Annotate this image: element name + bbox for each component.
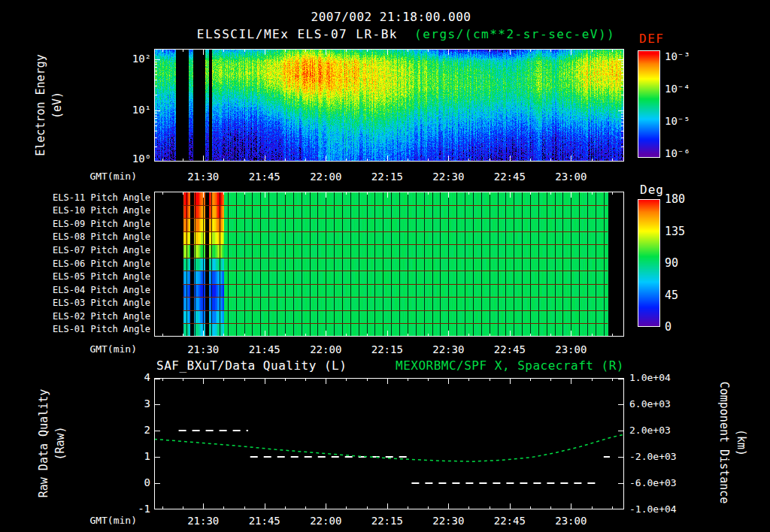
quality-distance-canvas — [154, 378, 624, 509]
quality-y-tick-label: 0 — [144, 477, 150, 488]
quality-y-axis-units: (Raw) — [54, 426, 67, 460]
deg-colorbar-tick-label: 135 — [665, 225, 685, 238]
pitch-row-label: ELS-03 Pitch Angle — [53, 298, 150, 308]
x-tick-label-middle: 22:15 — [371, 344, 403, 355]
def-colorbar-tick-label: 10⁻⁵ — [665, 116, 690, 127]
distance-y-tick-label: 6.0e+03 — [629, 399, 671, 410]
x-tick-label-top: 22:00 — [310, 171, 341, 183]
def-colorbar — [638, 50, 660, 158]
x-tick-label-bottom: 22:15 — [371, 515, 403, 527]
x-tick-label-top: 21:45 — [249, 171, 280, 183]
x-tick-label-bottom: 23:00 — [555, 515, 587, 527]
pitch-row-label: ELS-05 Pitch Angle — [53, 272, 150, 282]
pitch-row-label: ELS-04 Pitch Angle — [53, 286, 150, 295]
x-tick-label-top: 21:30 — [187, 171, 219, 183]
def-colorbar-title: DEF — [639, 32, 664, 46]
spec-y-tick-label: 10⁰ — [132, 153, 151, 165]
def-colorbar-tick-label: 10⁻³ — [665, 51, 690, 62]
x-tick-label-bottom: 22:00 — [310, 515, 341, 527]
x-tick-label-top: 23:00 — [555, 171, 587, 183]
x-tick-label-middle: 22:00 — [310, 344, 341, 355]
pitch-angle-canvas — [154, 192, 624, 337]
gmt-axis-label-middle: GMT(min) — [89, 344, 137, 355]
distance-y-axis-units: (km) — [735, 429, 748, 456]
plot-subtitle: ELSSCIL/MEx ELS-07 LR-Bk (ergs/(cm**2-sr… — [197, 28, 615, 41]
x-tick-label-middle: 21:45 — [249, 344, 280, 355]
units-label: (ergs/(cm**2-sr-sec-eV)) — [414, 28, 615, 41]
def-colorbar-tick-label: 10⁻⁴ — [665, 83, 690, 95]
pitch-row-label: ELS-08 Pitch Angle — [53, 232, 150, 242]
gmt-axis-label-top: GMT(min) — [89, 171, 137, 182]
distance-y-tick-label: -1.0e+04 — [629, 504, 677, 515]
distance-y-tick-label: -6.0e+03 — [629, 478, 677, 488]
gmt-axis-label-bottom: GMT(min) — [89, 515, 137, 526]
x-tick-label-top: 22:15 — [371, 171, 403, 183]
deg-colorbar-tick-label: 0 — [665, 321, 671, 334]
pitch-row-label: ELS-06 Pitch Angle — [53, 259, 150, 269]
pitch-row-label: ELS-01 Pitch Angle — [53, 325, 150, 334]
pitch-row-label: ELS-09 Pitch Angle — [53, 219, 150, 229]
distance-y-tick-label: -2.0e+03 — [629, 452, 677, 462]
x-tick-label-middle: 21:30 — [187, 344, 219, 355]
x-tick-label-bottom: 22:30 — [432, 515, 464, 527]
pitch-row-label: ELS-02 Pitch Angle — [53, 312, 150, 322]
x-tick-label-middle: 22:45 — [494, 344, 526, 355]
distance-y-tick-label: 2.0e+03 — [629, 425, 671, 436]
deg-colorbar — [638, 199, 660, 327]
quality-y-tick-label: -1 — [138, 503, 150, 515]
deg-colorbar-tick-label: 45 — [665, 289, 678, 302]
deg-colorbar-title: Deg — [640, 183, 664, 197]
spec-y-tick-label: 10¹ — [132, 104, 151, 116]
distance-y-axis-label: Component Distance — [718, 382, 731, 504]
def-colorbar-tick-label: 10⁻⁶ — [665, 148, 690, 159]
x-tick-label-bottom: 21:30 — [187, 515, 219, 527]
deg-colorbar-tick-label: 180 — [665, 193, 685, 206]
quality-series-title: SAF_BXuT/Data Quality (L) — [156, 359, 347, 373]
x-tick-label-bottom: 22:45 — [494, 515, 526, 527]
distance-y-tick-label: 1.0e+04 — [629, 373, 671, 383]
instrument-title: ELSSCIL/MEx ELS-07 LR-Bk — [197, 28, 398, 41]
quality-y-axis-label: Raw Data Quality — [38, 389, 50, 498]
plot-page: 2007/002 21:18:00.000 ELSSCIL/MEx ELS-07… — [0, 0, 770, 532]
x-tick-label-top: 22:30 — [432, 171, 464, 183]
x-tick-label-top: 22:45 — [494, 171, 526, 183]
distance-series-title: MEXORBMC/SPF X, Spacecraft (R) — [396, 359, 624, 373]
spec-y-axis-label: Electron Energy — [35, 54, 47, 156]
x-tick-label-middle: 23:00 — [555, 344, 587, 355]
pitch-row-label: ELS-10 Pitch Angle — [53, 206, 150, 216]
deg-colorbar-tick-label: 90 — [665, 257, 678, 270]
x-tick-label-bottom: 21:45 — [249, 515, 280, 527]
x-tick-label-middle: 22:30 — [432, 344, 464, 355]
pitch-row-label: ELS-11 Pitch Angle — [53, 193, 150, 203]
quality-y-tick-label: 3 — [144, 398, 150, 410]
page-title: 2007/002 21:18:00.000 — [311, 11, 471, 24]
spec-y-axis-units: (eV) — [51, 92, 64, 119]
electron-energy-spectrogram-canvas — [154, 49, 624, 162]
quality-y-tick-label: 4 — [144, 372, 150, 383]
spec-y-tick-label: 10² — [132, 53, 151, 65]
pitch-row-label: ELS-07 Pitch Angle — [53, 246, 150, 255]
quality-y-tick-label: 2 — [144, 425, 150, 436]
quality-y-tick-label: 1 — [144, 451, 150, 462]
